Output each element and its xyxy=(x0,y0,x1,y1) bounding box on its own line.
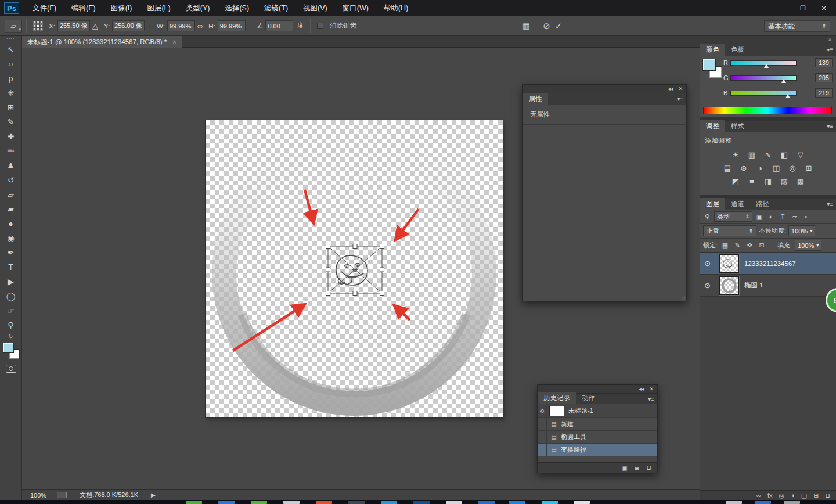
tab-close-icon[interactable]: × xyxy=(172,38,176,45)
lock-transparency-icon[interactable]: ▦ xyxy=(720,242,730,249)
history-step-label[interactable]: 椭圆工具 xyxy=(561,433,586,441)
taskbar-icon[interactable] xyxy=(218,501,235,504)
layer-thumbnail[interactable] xyxy=(719,276,739,295)
taskbar-icon[interactable] xyxy=(413,501,430,504)
minimize-button[interactable]: — xyxy=(772,2,792,14)
gradient-map-icon[interactable]: ▩ xyxy=(794,175,808,187)
crop-tool[interactable]: ⊞ xyxy=(2,100,20,114)
panel-menu-icon[interactable]: ▾≡ xyxy=(827,46,833,53)
history-step-label[interactable]: 变换路径 xyxy=(561,445,586,454)
tab-color[interactable]: 颜色 xyxy=(700,44,725,56)
zoom-level[interactable]: 100% xyxy=(30,492,46,499)
panel-menu-icon[interactable]: ▾≡ xyxy=(827,201,833,207)
angle-input[interactable] xyxy=(265,20,293,31)
width-input[interactable] xyxy=(167,20,195,31)
taskbar-icon[interactable] xyxy=(283,501,300,504)
menu-view[interactable]: 视图(V) xyxy=(296,0,335,16)
set-source-checkbox[interactable] xyxy=(538,431,547,443)
quick-mask-button[interactable] xyxy=(6,365,16,373)
brightness-contrast-icon[interactable]: ☀ xyxy=(729,149,743,160)
y-input[interactable] xyxy=(112,20,145,31)
path-selection-tool[interactable]: ▶ xyxy=(2,274,20,289)
document-tab[interactable]: 未标题-1 @ 100% (12333211234567, RGB/8) * × xyxy=(22,36,182,48)
filter-adjustment-layers-icon[interactable]: ◐ xyxy=(766,213,776,220)
tab-paths[interactable]: 路径 xyxy=(750,198,775,210)
taskbar-icon[interactable] xyxy=(755,501,771,504)
curves-icon[interactable]: ∿ xyxy=(762,149,775,160)
vibrance-icon[interactable]: ▽ xyxy=(794,149,808,160)
layer-thumbnail[interactable] xyxy=(719,254,739,273)
taskbar-icon[interactable] xyxy=(251,501,267,504)
menu-type[interactable]: 类型(Y) xyxy=(178,0,218,16)
color-spectrum-bar[interactable] xyxy=(703,107,832,114)
taskbar-icon[interactable] xyxy=(478,501,495,504)
taskbar-icon[interactable] xyxy=(542,501,558,504)
tab-adjustments[interactable]: 调整 xyxy=(700,120,725,132)
channel-mixer-icon[interactable]: ◎ xyxy=(786,162,799,174)
move-tool[interactable]: ↖ xyxy=(2,42,20,56)
height-input[interactable] xyxy=(218,20,246,31)
menu-window[interactable]: 窗口(W) xyxy=(335,0,376,16)
type-tool[interactable]: T xyxy=(2,260,20,274)
foreground-color-swatch[interactable] xyxy=(703,59,715,70)
menu-file[interactable]: 文件(F) xyxy=(25,0,64,16)
panel-menu-icon[interactable]: ▾≡ xyxy=(827,123,833,129)
tab-history[interactable]: 历史记录 xyxy=(538,392,576,404)
new-snapshot-icon[interactable]: ◙ xyxy=(635,465,639,471)
r-slider-handle[interactable] xyxy=(764,64,769,68)
workspace-switcher[interactable]: 基本功能⇕ xyxy=(764,20,830,32)
visibility-eye-icon[interactable]: ⊙ xyxy=(700,253,715,274)
collapse-panel-icon[interactable]: ◂◂ xyxy=(668,86,673,92)
taskbar-icon[interactable] xyxy=(316,501,332,504)
set-source-checkbox[interactable] xyxy=(538,444,547,456)
menu-image[interactable]: 图像(I) xyxy=(103,0,140,16)
hue-saturation-icon[interactable]: ▤ xyxy=(721,162,734,174)
close-panel-icon[interactable]: ✕ xyxy=(678,86,683,92)
panel-grip[interactable]: ▪▪▪▪ xyxy=(7,36,15,42)
close-panel-icon[interactable]: ✕ xyxy=(649,386,654,392)
warp-mode-toggle-icon[interactable]: ▦ xyxy=(522,21,529,30)
dodge-tool[interactable]: ◉ xyxy=(2,231,20,245)
x-input[interactable] xyxy=(57,20,90,31)
relative-position-icon[interactable]: △ xyxy=(92,21,98,30)
layer-filter-select[interactable]: 类型⇕ xyxy=(714,211,752,222)
new-layer-icon[interactable]: ⊞ xyxy=(813,492,819,499)
history-brush-tool[interactable]: ↺ xyxy=(2,172,20,187)
tab-actions[interactable]: 动作 xyxy=(576,392,601,404)
clone-stamp-tool[interactable]: ♟ xyxy=(2,158,20,172)
tab-styles[interactable]: 样式 xyxy=(725,120,750,132)
layer-row[interactable]: ⊙ 12333211234567 xyxy=(700,253,836,275)
visibility-eye-icon[interactable]: ⊙ xyxy=(700,275,715,296)
lock-position-icon[interactable]: ✜ xyxy=(745,242,754,249)
layer-name[interactable]: 椭圆 1 xyxy=(744,281,763,290)
tab-properties[interactable]: 属性 xyxy=(523,93,548,105)
resize-grip-icon[interactable]: ◿ xyxy=(681,295,685,301)
brush-tool[interactable]: ✏ xyxy=(2,143,20,158)
threshold-icon[interactable]: ◨ xyxy=(762,175,775,187)
invert-icon[interactable]: ◩ xyxy=(729,175,743,187)
black-white-icon[interactable]: ◑ xyxy=(754,162,767,174)
filter-shape-layers-icon[interactable]: ▱ xyxy=(790,213,799,221)
pen-tool[interactable]: ✒ xyxy=(2,245,20,260)
history-step-row-selected[interactable]: ▤ 变换路径 xyxy=(538,444,657,456)
history-brush-source-icon[interactable]: ⟲ xyxy=(538,404,547,417)
levels-icon[interactable]: ▥ xyxy=(745,149,759,160)
panel-menu-icon[interactable]: ▾≡ xyxy=(648,396,654,402)
color-lookup-icon[interactable]: ⊞ xyxy=(802,162,816,174)
r-slider[interactable] xyxy=(730,60,797,66)
commit-transform-icon[interactable]: ✓ xyxy=(555,21,563,31)
antialias-checkbox[interactable] xyxy=(317,23,323,29)
color-balance-icon[interactable]: ⊛ xyxy=(737,162,751,174)
taskbar-icon[interactable] xyxy=(348,501,365,504)
taskbar-icon[interactable] xyxy=(186,501,202,504)
blur-tool[interactable]: ● xyxy=(2,216,20,231)
hand-tool[interactable]: ☞ xyxy=(2,303,20,318)
menu-help[interactable]: 帮助(H) xyxy=(376,0,416,16)
restore-button[interactable]: ❐ xyxy=(793,2,813,14)
g-slider-handle[interactable] xyxy=(781,79,786,83)
taskbar-icon[interactable] xyxy=(784,501,800,504)
b-slider-handle[interactable] xyxy=(785,94,790,98)
gradient-tool[interactable]: ▰ xyxy=(2,201,20,216)
selective-color-icon[interactable]: ▨ xyxy=(778,175,791,187)
eyedropper-tool[interactable]: ✎ xyxy=(2,114,20,129)
